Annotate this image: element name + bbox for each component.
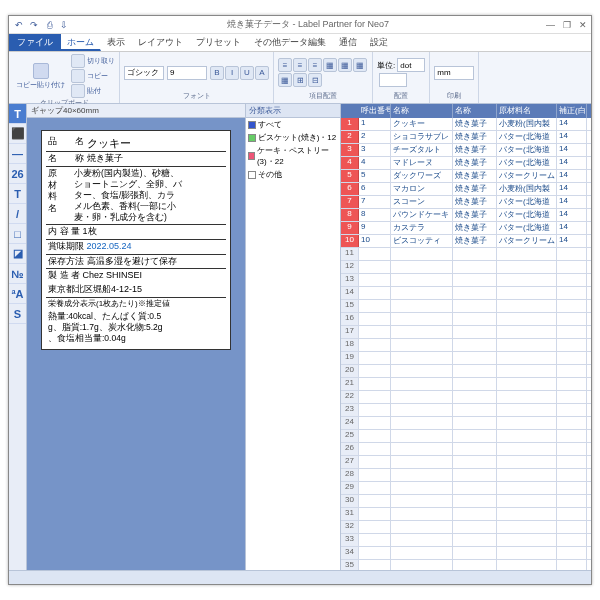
table-row[interactable]: 22ショコラサブレ焼き菓子バター(北海道14 [341, 131, 591, 144]
table-row[interactable]: 26 [341, 443, 591, 456]
ribbon-tab[interactable]: 通信 [333, 34, 364, 51]
qat-button[interactable]: ⎙ [43, 19, 55, 31]
ribbon-tab[interactable]: レイアウト [132, 34, 190, 51]
ribbon-icon-button[interactable]: ≡ [293, 58, 307, 72]
design-canvas[interactable]: 品 名 クッキー 名 称 焼き菓子 原 材 料 名小麦粉(国内製造)、砂糖、 シ… [27, 118, 245, 570]
grid-col-header[interactable]: 補正(白) [557, 104, 587, 118]
label-expiry-date: 2022.05.24 [87, 241, 132, 253]
grid-body[interactable]: 11クッキー焼き菓子小麦粉(国内製1422ショコラサブレ焼き菓子バター(北海道1… [341, 118, 591, 570]
table-row[interactable]: 33 [341, 534, 591, 547]
ribbon-icon-button[interactable]: ▦ [353, 58, 367, 72]
ribbon-small-button[interactable]: 貼付 [71, 84, 115, 98]
table-row[interactable]: 25 [341, 430, 591, 443]
table-row[interactable]: 21 [341, 378, 591, 391]
table-row[interactable]: 18 [341, 339, 591, 352]
table-row[interactable]: 77スコーン焼き菓子バター(北海道14 [341, 196, 591, 209]
label-preview[interactable]: 品 名 クッキー 名 称 焼き菓子 原 材 料 名小麦粉(国内製造)、砂糖、 シ… [41, 130, 231, 350]
file-tab[interactable]: ファイル [9, 34, 61, 51]
grid-col-header[interactable]: 名称 [391, 104, 453, 118]
table-row[interactable]: 15 [341, 300, 591, 313]
window-buttons: — ❐ ✕ [546, 20, 587, 30]
grid-col-header[interactable]: 原材料名 [497, 104, 557, 118]
ribbon-icon-button[interactable]: ≡ [278, 58, 292, 72]
table-row[interactable]: 66マカロン焼き菓子小麦粉(国内製14 [341, 183, 591, 196]
ribbon-tab[interactable]: 設定 [364, 34, 395, 51]
tool-button[interactable]: № [9, 264, 26, 284]
ribbon-tab[interactable]: その他データ編集 [248, 34, 333, 51]
table-row[interactable]: 31 [341, 508, 591, 521]
table-row[interactable]: 44マドレーヌ焼き菓子バター(北海道14 [341, 157, 591, 170]
ribbon-icon-button[interactable]: ▦ [338, 58, 352, 72]
table-row[interactable]: 99カステラ焼き菓子バター(北海道14 [341, 222, 591, 235]
qat-button[interactable]: ↷ [28, 19, 40, 31]
table-row[interactable]: 55ダックワーズ焼き菓子バタークリーム14 [341, 170, 591, 183]
table-row[interactable]: 34 [341, 547, 591, 560]
qat-button[interactable]: ↶ [13, 19, 25, 31]
table-row[interactable]: 32 [341, 521, 591, 534]
tool-button[interactable]: ⬛ [9, 124, 26, 144]
tool-button[interactable]: ◪ [9, 244, 26, 264]
table-row[interactable]: 19 [341, 352, 591, 365]
table-row[interactable]: 13 [341, 274, 591, 287]
ribbon-small-button[interactable]: 切り取り [71, 54, 115, 68]
close-button[interactable]: ✕ [579, 20, 587, 30]
category-item[interactable]: ビスケット(焼き)・12 [246, 131, 340, 144]
ribbon-tab[interactable]: 表示 [101, 34, 132, 51]
tool-button[interactable]: T [9, 184, 26, 204]
table-row[interactable]: 24 [341, 417, 591, 430]
ribbon-group: ≡≡≡▦▦▦▦⊞⊟項目配置 [274, 52, 373, 103]
tool-button[interactable]: T [9, 104, 26, 124]
category-item[interactable]: その他 [246, 168, 340, 181]
grid-col-header[interactable]: 呼出番号 [359, 104, 391, 118]
table-row[interactable]: 88パウンドケーキ焼き菓子バター(北海道14 [341, 209, 591, 222]
ribbon-icon-button[interactable]: A [255, 66, 269, 80]
table-row[interactable]: 12 [341, 261, 591, 274]
maximize-button[interactable]: ❐ [563, 20, 571, 30]
ribbon-icon-button[interactable]: ⊟ [308, 73, 322, 87]
ribbon-icon-button[interactable]: ▦ [278, 73, 292, 87]
table-row[interactable]: 14 [341, 287, 591, 300]
ribbon-button[interactable]: コピー貼り付け [13, 62, 68, 91]
table-row[interactable]: 28 [341, 469, 591, 482]
ribbon-combo[interactable]: mm [434, 66, 474, 80]
ribbon-combo[interactable]: 9 [167, 66, 207, 80]
ribbon-tabs: ファイル ホーム表示レイアウトプリセットその他データ編集通信設定 [9, 34, 591, 52]
minimize-button[interactable]: — [546, 20, 555, 30]
table-row[interactable]: 22 [341, 391, 591, 404]
table-row[interactable]: 11クッキー焼き菓子小麦粉(国内製14 [341, 118, 591, 131]
ribbon-group: コピー貼り付け切り取りコピー貼付クリップボード [9, 52, 120, 103]
ribbon-icon-button[interactable]: I [225, 66, 239, 80]
grid-col-header[interactable]: 名称 [453, 104, 497, 118]
table-row[interactable]: 11 [341, 248, 591, 261]
table-row[interactable]: 33チーズタルト焼き菓子バター(北海道14 [341, 144, 591, 157]
ribbon-tab[interactable]: プリセット [190, 34, 248, 51]
tool-button[interactable]: 26 [9, 164, 26, 184]
tool-button[interactable]: S [9, 304, 26, 324]
table-row[interactable]: 29 [341, 482, 591, 495]
tool-button[interactable]: / [9, 204, 26, 224]
ribbon-tab[interactable]: ホーム [61, 34, 101, 51]
tool-button[interactable]: ªA [9, 284, 26, 304]
table-row[interactable]: 23 [341, 404, 591, 417]
ribbon-combo[interactable]: ゴシック [124, 66, 164, 80]
ribbon-icon-button[interactable]: ⊞ [293, 73, 307, 87]
qat-button[interactable]: ⇩ [58, 19, 70, 31]
category-item[interactable]: ケーキ・ペストリー(3)・22 [246, 144, 340, 168]
table-row[interactable]: 16 [341, 313, 591, 326]
table-row[interactable]: 27 [341, 456, 591, 469]
table-row[interactable]: 20 [341, 365, 591, 378]
ribbon-icon-button[interactable]: U [240, 66, 254, 80]
table-row[interactable]: 17 [341, 326, 591, 339]
label-field-key: 品 名 [48, 136, 87, 150]
ribbon-small-button[interactable]: コピー [71, 69, 115, 83]
tool-button[interactable]: □ [9, 224, 26, 244]
ribbon-icon-button[interactable]: ▦ [323, 58, 337, 72]
table-row[interactable]: 30 [341, 495, 591, 508]
ribbon-icon-button[interactable]: ≡ [308, 58, 322, 72]
category-item[interactable]: すべて [246, 118, 340, 131]
ribbon: コピー貼り付け切り取りコピー貼付クリップボードゴシック9BIUAフォント≡≡≡▦… [9, 52, 591, 104]
table-row[interactable]: 1010ビスコッティ焼き菓子バタークリーム14 [341, 235, 591, 248]
tool-button[interactable]: — [9, 144, 26, 164]
ribbon-icon-button[interactable]: B [210, 66, 224, 80]
table-row[interactable]: 35 [341, 560, 591, 570]
